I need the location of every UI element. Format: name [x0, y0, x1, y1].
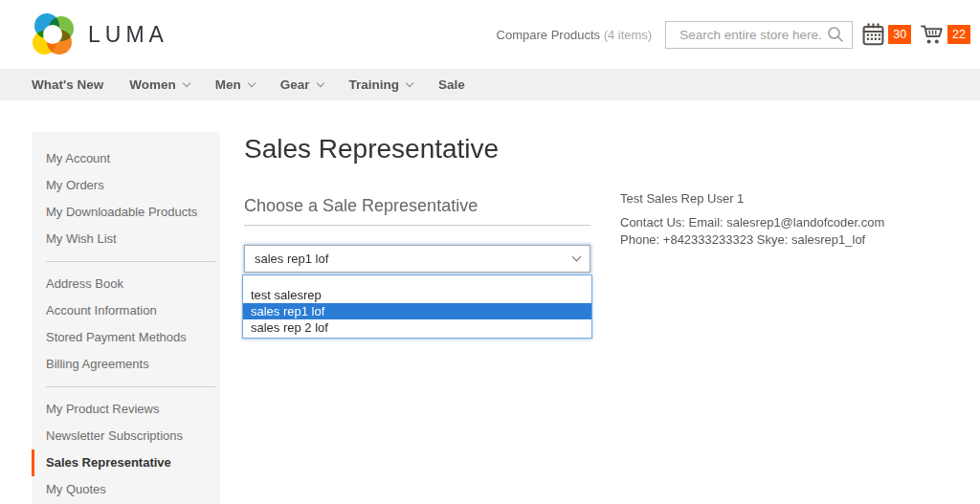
- sales-rep-select-value: sales rep1 lof: [255, 252, 328, 266]
- sales-rep-dropdown: test salesrep sales rep1 lof sales rep 2…: [242, 274, 592, 339]
- chevron-down-icon: [248, 79, 256, 87]
- calendar-count-badge: 30: [888, 25, 911, 44]
- cart-icon: [920, 23, 945, 46]
- page-content: My Account My Orders My Downloadable Pro…: [0, 100, 980, 504]
- rep-contact: Contact Us: Email: salesrep1@landofcoder…: [620, 214, 917, 249]
- luma-logo-icon: [32, 13, 74, 55]
- nav-women[interactable]: Women: [129, 77, 189, 92]
- sidebar-item-newsletter-subscriptions[interactable]: Newsletter Subscriptions: [32, 423, 220, 449]
- main-column: Sales Representative Choose a Sale Repre…: [244, 134, 590, 273]
- main-nav: What's New Women Men Gear Training Sale: [0, 69, 980, 100]
- minicart-button[interactable]: 22: [920, 23, 970, 46]
- sidebar-item-my-wish-list[interactable]: My Wish List: [32, 226, 220, 252]
- brand-name: LUMA: [88, 22, 168, 48]
- compare-products-label: Compare Products: [497, 28, 600, 42]
- chevron-down-icon: [183, 79, 190, 87]
- search-box: [665, 21, 853, 49]
- compare-products-count: (4 items): [604, 28, 653, 42]
- rep-info-panel: Test Sales Rep User 1 Contact Us: Email:…: [620, 191, 917, 249]
- sidebar-item-my-account[interactable]: My Account: [32, 145, 220, 172]
- option-test-salesrep[interactable]: test salesrep: [243, 287, 591, 303]
- sidebar-item-my-product-reviews[interactable]: My Product Reviews: [32, 396, 220, 423]
- chevron-down-icon: [406, 79, 413, 87]
- nav-training[interactable]: Training: [349, 77, 413, 92]
- sidebar-item-stored-payment-methods[interactable]: Stored Payment Methods: [32, 324, 220, 351]
- nav-whats-new[interactable]: What's New: [32, 77, 103, 92]
- sales-rep-select[interactable]: sales rep1 lof: [244, 245, 590, 273]
- nav-gear[interactable]: Gear: [280, 77, 323, 92]
- chevron-down-icon: [316, 79, 323, 87]
- sidebar-item-address-book[interactable]: Address Book: [32, 271, 220, 297]
- sidebar-item-sales-representative[interactable]: Sales Representative: [32, 449, 220, 476]
- search-icon[interactable]: [825, 25, 846, 46]
- calendar-button[interactable]: 30: [861, 23, 911, 47]
- calendar-icon: [861, 23, 885, 47]
- sidebar-item-my-downloadable-products[interactable]: My Downloadable Products: [32, 199, 220, 226]
- rep-name: Test Sales Rep User 1: [620, 191, 917, 206]
- account-sidebar: My Account My Orders My Downloadable Pro…: [32, 132, 220, 504]
- page-title: Sales Representative: [244, 134, 590, 164]
- sidebar-divider: [46, 261, 215, 262]
- sidebar-item-my-quotes[interactable]: My Quotes: [32, 476, 220, 503]
- sidebar-item-my-orders[interactable]: My Orders: [32, 172, 220, 199]
- chevron-down-icon: [572, 252, 582, 262]
- store-logo[interactable]: LUMA: [32, 13, 168, 55]
- nav-sale[interactable]: Sale: [438, 77, 465, 92]
- header: LUMA Compare Products (4 items): [0, 0, 980, 69]
- compare-products-link[interactable]: Compare Products (4 items): [497, 28, 653, 42]
- option-sales-rep1-lof[interactable]: sales rep1 lof: [243, 303, 591, 319]
- option-sales-rep-2-lof[interactable]: sales rep 2 lof: [243, 319, 591, 336]
- section-heading: Choose a Sale Representative: [244, 195, 590, 226]
- sidebar-divider: [46, 386, 215, 387]
- sidebar-item-billing-agreements[interactable]: Billing Agreements: [32, 351, 220, 378]
- nav-men[interactable]: Men: [215, 77, 255, 92]
- cart-count-badge: 22: [947, 25, 970, 44]
- sidebar-item-account-information[interactable]: Account Information: [32, 297, 220, 324]
